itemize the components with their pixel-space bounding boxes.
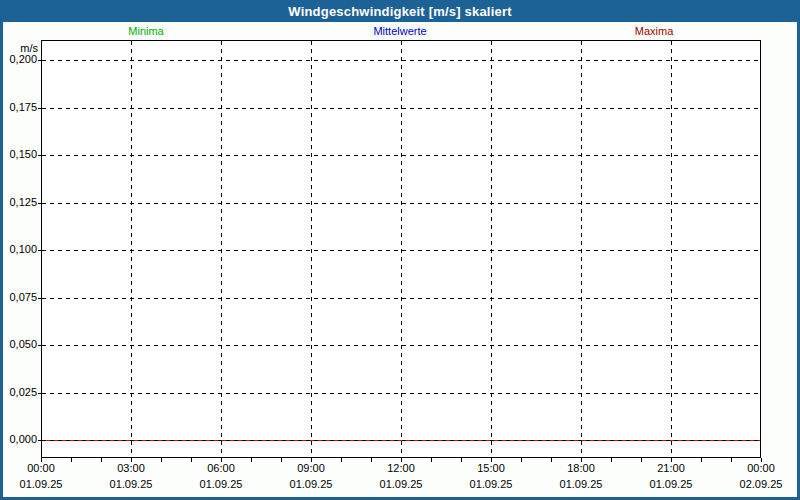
x-axis-date-label: 01.09.25 — [361, 478, 441, 490]
y-axis-tick — [38, 203, 41, 204]
title-bar: Windgeschwindigkeit [m/s] skaliert — [0, 0, 800, 22]
chart-window: Windgeschwindigkeit [m/s] skaliert Minim… — [0, 0, 800, 500]
x-axis-date-label: 01.09.25 — [1, 478, 81, 490]
y-axis-label: 0,125 — [0, 196, 37, 209]
v-gridline — [401, 41, 402, 457]
v-gridline — [221, 41, 222, 457]
x-axis-date-label: 02.09.25 — [721, 478, 800, 490]
v-gridline — [311, 41, 312, 457]
x-axis-date-label: 01.09.25 — [631, 478, 711, 490]
x-axis-time-label: 18:00 — [541, 462, 621, 474]
x-axis-date-label: 01.09.25 — [451, 478, 531, 490]
y-axis-label: 0,150 — [0, 148, 37, 161]
x-axis-date-label: 01.09.25 — [541, 478, 621, 490]
x-axis-time-label: 00:00 — [1, 462, 81, 474]
v-gridline — [581, 41, 582, 457]
y-axis-tick — [38, 250, 41, 251]
x-axis-time-label: 06:00 — [181, 462, 261, 474]
x-axis-date-label: 01.09.25 — [181, 478, 261, 490]
legend-item-minima: Minima — [128, 25, 163, 37]
y-axis-label: 0,200 — [0, 53, 37, 66]
y-axis-tick — [38, 345, 41, 346]
y-axis-tick — [38, 298, 41, 299]
x-axis-time-label: 12:00 — [361, 462, 441, 474]
v-gridline — [671, 41, 672, 457]
x-axis-time-label: 15:00 — [451, 462, 531, 474]
x-axis-time-label: 21:00 — [631, 462, 711, 474]
y-axis-label: 0,000 — [0, 433, 37, 446]
y-axis-label: 0,050 — [0, 338, 37, 351]
legend-item-maxima: Maxima — [635, 25, 674, 37]
legend-item-mittelwerte: Mittelwerte — [373, 25, 426, 37]
window-frame-left — [0, 22, 3, 500]
y-axis-label: 0,075 — [0, 291, 37, 304]
x-axis-date-label: 01.09.25 — [271, 478, 351, 490]
y-axis-label: 0,025 — [0, 386, 37, 399]
chart-title: Windgeschwindigkeit [m/s] skaliert — [288, 4, 511, 19]
x-axis-time-label: 09:00 — [271, 462, 351, 474]
x-axis-time-label: 00:00 — [721, 462, 800, 474]
y-axis-tick — [38, 440, 41, 441]
x-axis-date-label: 01.09.25 — [91, 478, 171, 490]
y-axis-label: 0,175 — [0, 101, 37, 114]
x-axis-time-label: 03:00 — [91, 462, 171, 474]
y-axis-tick — [38, 393, 41, 394]
y-axis-tick — [38, 155, 41, 156]
plot-area — [41, 40, 761, 458]
v-gridline — [131, 41, 132, 457]
y-axis-tick — [38, 60, 41, 61]
y-axis-tick — [38, 108, 41, 109]
y-axis-label: 0,100 — [0, 243, 37, 256]
v-gridline — [491, 41, 492, 457]
